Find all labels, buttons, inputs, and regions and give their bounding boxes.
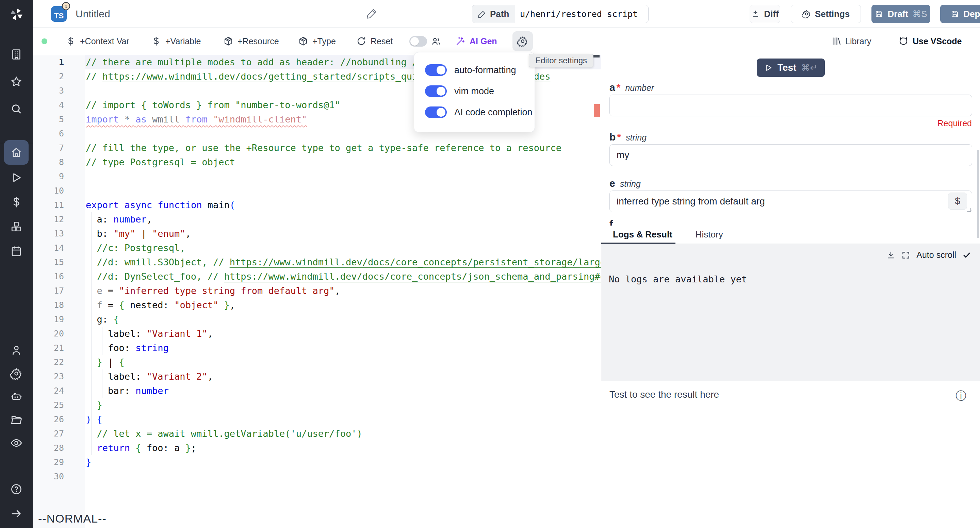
code-line[interactable]: 25 } [33,398,601,412]
add-type-button[interactable]: +Type [298,27,336,55]
expand-icon[interactable] [901,251,910,259]
search-icon[interactable] [10,103,22,115]
resources-boxes-icon[interactable] [10,221,22,233]
code-line[interactable]: 14 //c: Postgresql, [33,241,601,255]
field-b-input[interactable] [609,144,972,166]
line-number: 5 [33,112,85,127]
line-number: 23 [33,369,85,384]
edit-title-pencil-icon[interactable] [366,8,377,19]
code-line[interactable]: 21 foo: string [33,341,601,355]
code-line[interactable]: 9 [33,169,601,184]
code-line[interactable]: 22 } | { [33,355,601,369]
auto-formatting-toggle-on[interactable] [425,64,447,76]
settings-gear-icon [802,10,811,18]
code-line[interactable]: 27 // let x = await wmill.getVariable('u… [33,426,601,441]
users-person-icon[interactable] [10,344,22,356]
deploy-button[interactable]: Deploy [940,5,980,23]
use-vscode-button[interactable]: Use VScode [898,27,962,55]
tab-history[interactable]: History [684,226,735,243]
code-line[interactable]: 8// type Postgresql = object [33,155,601,169]
refresh-icon [356,36,366,46]
schedules-calendar-icon[interactable] [10,245,22,257]
code-line[interactable]: 23 label: "Variant 2", [33,369,601,384]
info-icon[interactable]: ⓘ [956,388,966,404]
multiplayer-toggle[interactable] [409,27,441,55]
line-content [85,469,601,484]
ai-gen-button[interactable]: AI Gen [455,27,497,55]
add-resource-button[interactable]: +Resource [223,27,279,55]
code-line[interactable]: 24 bar: number [33,384,601,398]
field-a-input[interactable] [609,95,972,116]
code-line[interactable]: 15 //d: wmill.S3Object, // https://www.w… [33,255,601,269]
line-number: 17 [33,284,85,298]
script-title: Untitled [76,8,110,20]
field-e-input[interactable] [609,191,972,212]
help-icon[interactable] [10,483,22,495]
code-line[interactable]: 28 return { foo: a }; [33,441,601,455]
line-number: 8 [33,155,85,169]
settings-button[interactable]: Settings [791,5,861,23]
line-number: 15 [33,255,85,269]
expand-sidebar-arrow-icon[interactable] [10,507,22,520]
setting-ai-code-completion: AI code completion [425,103,535,121]
vim-mode-toggle-on[interactable] [425,85,447,97]
tab-logs-result[interactable]: Logs & Result [601,226,684,243]
line-content: a: number, [85,212,601,227]
audit-eye-icon[interactable] [10,437,22,449]
library-button[interactable]: Library [831,27,871,55]
reset-button[interactable]: Reset [356,27,393,55]
line-content: g: { [85,312,601,327]
required-asterisk: * [617,131,621,143]
line-number: 21 [33,341,85,355]
editor-settings-gear-button[interactable] [512,31,533,51]
test-button[interactable]: Test ⌘↵ [757,59,825,77]
line-number: 1 [33,55,85,69]
code-line[interactable]: 19 g: { [33,312,601,327]
code-line[interactable]: 20 label: "Variant 1", [33,327,601,341]
line-content: f = { nested: "object" }, [85,298,601,312]
runs-play-icon[interactable] [10,172,22,184]
favorites-star-icon[interactable] [10,76,22,88]
code-line[interactable]: 13 b: "my" | "enum", [33,227,601,241]
settings-gear-icon[interactable] [10,367,22,380]
code-line[interactable]: 26) { [33,412,601,426]
add-context-var-button[interactable]: +Context Var [66,27,129,55]
folders-icon[interactable] [10,414,22,426]
editor-toolbar: +Context Var +Variable +Resource +Type R… [33,27,980,55]
download-icon[interactable] [886,251,895,259]
magic-wand-icon [455,36,466,46]
workspace-building-icon[interactable] [10,48,22,60]
code-line[interactable]: 17 e = "inferred type string from defaul… [33,284,601,298]
windmill-logo-icon[interactable] [8,6,24,22]
code-line[interactable]: 7// fill the type, or use the +Resource … [33,141,601,155]
windmill-script-editor: TS Untitled Path u/henri/restored_script… [0,0,980,528]
panel-scrollbar-thumb[interactable] [977,150,979,238]
line-content: bar: number [85,384,601,398]
code-line[interactable]: 18 f = { nested: "object" }, [33,298,601,312]
code-line[interactable]: 30 [33,469,601,484]
check-icon[interactable] [962,251,971,259]
workers-robot-icon[interactable] [10,391,22,403]
line-number: 9 [33,169,85,184]
line-number: 11 [33,198,85,212]
setting-label: AI code completion [454,107,533,118]
code-line[interactable]: 29} [33,455,601,469]
path-field[interactable]: Path u/henri/restored_script [472,5,649,23]
autoscroll-label[interactable]: Auto scroll [916,250,956,260]
code-line[interactable]: 10 [33,184,601,198]
home-icon[interactable] [10,146,22,159]
toggle-off[interactable] [409,36,427,47]
code-line[interactable]: 11export async function main( [33,198,601,212]
line-content: foo: string [85,341,601,355]
line-content: //d: DynSelect_foo, // https://www.windm… [85,269,601,284]
add-variable-button[interactable]: +Variable [151,27,201,55]
ai-code-completion-toggle-on[interactable] [425,107,447,118]
insert-variable-button[interactable]: $ [948,192,967,210]
code-line[interactable]: 12 a: number, [33,212,601,227]
path-pencil-icon [478,10,487,18]
diff-button[interactable]: Diff [749,5,780,23]
code-line[interactable]: 16 //d: DynSelect_foo, // https://www.wi… [33,269,601,284]
draft-button[interactable]: Draft⌘S [872,5,930,23]
field-a-label: a* number [609,82,972,92]
variables-dollar-icon[interactable] [10,196,22,208]
